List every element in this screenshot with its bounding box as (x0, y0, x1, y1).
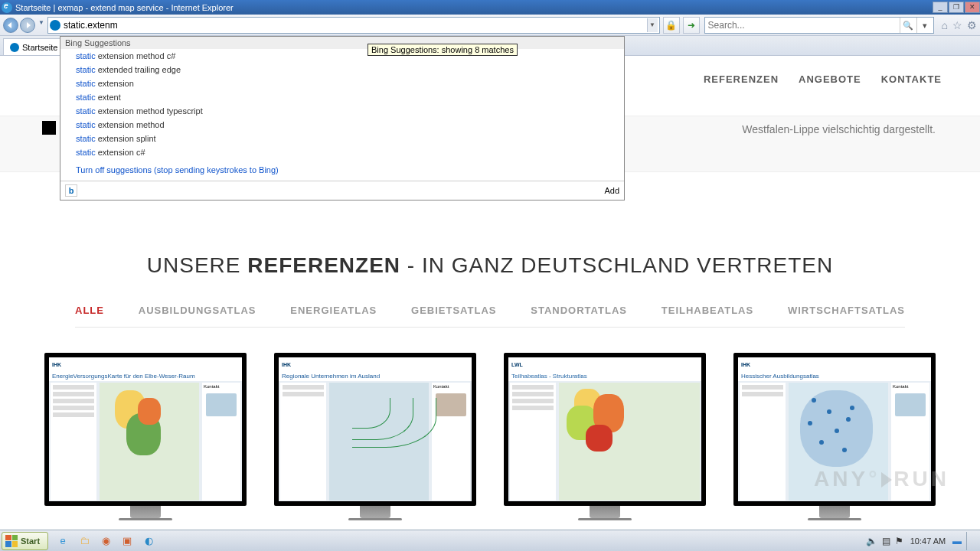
suggestion-item[interactable]: static extension (60, 77, 624, 90)
reference-card[interactable]: LWL Teilhabeatlas - Strukturatlas (504, 353, 706, 520)
tray-volume-icon[interactable]: 🔈 (866, 536, 877, 546)
tray-flag-icon[interactable]: ⚑ (895, 536, 903, 546)
filter-wirtschaftsatlas[interactable]: WIRTSCHAFTSATLAS (788, 305, 905, 316)
close-button[interactable]: ✕ (965, 2, 980, 13)
card-title: Teilhabeatlas - Strukturatlas (508, 371, 701, 381)
start-button[interactable]: Start (2, 532, 48, 550)
taskbar-app-icon[interactable]: ◉ (97, 533, 114, 549)
card-logo: LWL (511, 362, 523, 367)
tab-startseite[interactable]: Startseite (3, 38, 64, 55)
address-bar[interactable]: ▼ (47, 17, 660, 34)
card-logo: IHK (282, 362, 291, 367)
card-title: Regionale Unternehmen im Ausland (279, 371, 472, 381)
tray-clock[interactable]: 10:47 AM (908, 536, 948, 546)
tools-icon[interactable]: ⚙ (967, 19, 977, 31)
filter-ausbildungsatlas[interactable]: AUSBILDUNGSATLAS (139, 305, 256, 316)
nav-link-kontakte[interactable]: KONTAKTE (881, 73, 942, 85)
nav-history-dropdown[interactable]: ▼ (37, 19, 46, 31)
reference-card[interactable]: IHK Hessischer Ausbildungsatlas Kontakt (733, 353, 936, 520)
taskbar-explorer-icon[interactable]: 🗀 (76, 533, 93, 549)
suggestion-item[interactable]: static extended trailing edge (60, 63, 624, 77)
site-favicon (50, 20, 60, 31)
taskbar: Start e 🗀 ◉ ▣ ◐ 🔈 ▤ ⚑ 10:47 AM ▬ (0, 530, 980, 551)
window-titlebar: Startseite | exmap - extend map service … (0, 0, 980, 15)
card-title: EnergieVersorgungsKarte für den Elbe-Wes… (49, 371, 242, 381)
system-tray: 🔈 ▤ ⚑ 10:47 AM ▬ (866, 532, 980, 550)
autocomplete-tooltip: Bing Suggestions: showing 8 matches (368, 44, 518, 56)
taskbar-app-icon[interactable]: ▣ (119, 533, 136, 549)
ie-icon (2, 2, 12, 13)
window-title: Startseite | exmap - extend map service … (15, 3, 932, 12)
turn-off-suggestions-link[interactable]: Turn off suggestions (stop sending keyst… (60, 159, 624, 181)
filter-tabs: ALLE AUSBILDUNGSATLAS ENERGIEATLAS GEBIE… (75, 305, 905, 328)
back-button[interactable] (3, 18, 18, 33)
autocomplete-dropdown: Bing Suggestions static extension method… (60, 36, 625, 201)
address-dropdown-button[interactable]: ▼ (647, 18, 658, 32)
filter-alle[interactable]: ALLE (75, 305, 104, 316)
address-input[interactable] (64, 18, 647, 32)
card-logo: IHK (741, 362, 750, 367)
tab-label: Startseite (22, 43, 57, 52)
suggestion-item[interactable]: static extension method c# (60, 49, 624, 63)
watermark: ANY°RUN (814, 467, 949, 491)
card-title: Hessischer Ausbildungsatlas (738, 371, 931, 381)
search-input[interactable] (705, 20, 900, 31)
nav-link-referenzen[interactable]: REFERENZEN (704, 73, 779, 85)
tray-icon[interactable]: ▤ (882, 536, 890, 546)
taskbar-ie-icon[interactable]: e (54, 533, 71, 549)
reference-cards: IHK EnergieVersorgungsKarte für den Elbe… (44, 353, 936, 520)
minimize-button[interactable]: _ (933, 2, 948, 13)
autocomplete-header: Bing Suggestions (60, 37, 624, 49)
card-logo: IHK (52, 362, 61, 367)
section-headline: UNSERE REFERENZEN - IN GANZ DEUTSCHLAND … (0, 253, 980, 278)
maximize-button[interactable]: ❐ (949, 2, 964, 13)
suggestion-item[interactable]: static extension method typescript (60, 104, 624, 118)
suggestion-item[interactable]: static extension method (60, 118, 624, 132)
search-box[interactable]: 🔍 ▾ (704, 17, 934, 34)
filter-standortatlas[interactable]: STANDORTATLAS (531, 305, 627, 316)
site-nav: REFERENZEN ANGEBOTE KONTAKTE (704, 73, 942, 85)
windows-logo-icon (5, 535, 18, 547)
reference-card[interactable]: IHK Regionale Unternehmen im Ausland Kon… (274, 353, 476, 520)
home-icon[interactable]: ⌂ (942, 19, 948, 31)
suggestion-item[interactable]: static extension c# (60, 145, 624, 159)
suggestion-item[interactable]: static extension splint (60, 132, 624, 145)
reference-card[interactable]: IHK EnergieVersorgungsKarte für den Elbe… (44, 353, 247, 520)
filter-energieatlas[interactable]: ENERGIEATLAS (290, 305, 377, 316)
tab-favicon (10, 43, 19, 52)
add-provider-link[interactable]: Add (604, 186, 619, 195)
search-dropdown-button[interactable]: ▾ (916, 18, 933, 33)
header-subtext: Westfalen-Lippe vielschichtig dargestell… (742, 123, 936, 135)
security-lock-button[interactable]: 🔒 (663, 17, 680, 34)
autocomplete-footer: b Add (60, 181, 624, 200)
bing-icon[interactable]: b (65, 184, 77, 197)
favorites-icon[interactable]: ☆ (952, 19, 962, 31)
go-button[interactable]: ➜ (683, 17, 700, 34)
logo-fragment (42, 121, 56, 135)
show-desktop-button[interactable] (966, 532, 975, 550)
taskbar-edge-icon[interactable]: ◐ (140, 533, 157, 549)
filter-teilhabeatlas[interactable]: TEILHABEATLAS (662, 305, 753, 316)
filter-gebietsatlas[interactable]: GEBIETSATLAS (411, 305, 496, 316)
forward-button[interactable] (20, 18, 35, 33)
nav-link-angebote[interactable]: ANGEBOTE (799, 73, 861, 85)
suggestion-item[interactable]: static extent (60, 90, 624, 104)
start-label: Start (21, 536, 40, 546)
tray-icon[interactable]: ▬ (952, 536, 962, 546)
search-submit-button[interactable]: 🔍 (900, 18, 916, 33)
browser-navbar: ▼ ▼ 🔒 ➜ 🔍 ▾ ⌂ ☆ ⚙ (0, 15, 980, 36)
